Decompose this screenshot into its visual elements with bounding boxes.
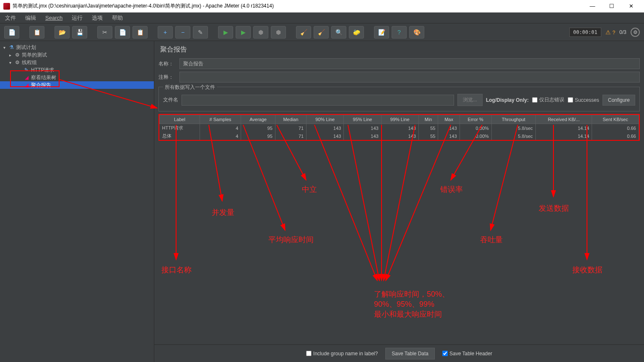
file-fieldset: 所有数据写入一个文件 文件名 浏览... Log/Display Only: 仅… [158,87,640,111]
table-row[interactable]: HTTP请求49571143143143551430.00%5.8/sec14.… [160,124,639,132]
toolbar: 📄 📋 📂 💾 ✂ 📄 📋 + − ✎ ▶ ▶ ⬢ ⬢ 🧹 🧹 🔍 🧽 📝 ? … [0,23,644,41]
expand-button[interactable]: + [158,26,173,39]
shutdown-button[interactable]: ⬢ [271,26,286,39]
app-icon [3,3,10,10]
col-throughput[interactable]: Throughput [491,115,535,124]
stop-button[interactable]: ⬢ [253,26,268,39]
clear-all-button[interactable]: 🧹 [314,26,329,39]
errors-only-checkbox[interactable]: 仅日志错误 [532,96,564,103]
panel-title: 聚合报告 [158,45,640,54]
filename-input[interactable] [182,95,454,106]
timer-display: 00:00:01 [569,28,601,37]
include-group-checkbox[interactable]: Include group name in label? [306,351,378,357]
col-label[interactable]: Label [160,115,200,124]
menu-options[interactable]: 选项 [90,13,104,23]
menu-help[interactable]: 帮助 [110,13,125,23]
thread-count: 0/3 [619,29,626,35]
col-90[interactable]: 90% Line [306,115,344,124]
save-table-data-button[interactable]: Save Table Data [385,348,435,359]
col-median[interactable]: Median [275,115,306,124]
fieldset-legend: 所有数据写入一个文件 [163,84,217,91]
menu-file[interactable]: 文件 [3,13,18,23]
warning-icon[interactable]: ⚠ ? [605,29,615,36]
log-display-label: Log/Display Only: [486,97,529,103]
start-no-timers-button[interactable]: ▶ [236,26,251,39]
menubar: 文件 编辑 Search 运行 选项 帮助 [0,13,644,23]
maximize-button[interactable]: ☐ [602,0,621,13]
search-button[interactable]: 🔍 [331,26,346,39]
name-input[interactable] [179,58,640,69]
comment-input[interactable] [179,72,640,83]
tree-node-threadgroup[interactable]: ▾⚙线程组 [0,59,154,66]
function-button[interactable]: 📝 [374,26,389,39]
clear-button[interactable]: 🧹 [296,26,311,39]
col-average[interactable]: Average [241,115,275,124]
paste-button[interactable]: 📋 [132,26,148,39]
window-title: 简单的测试.jmx (D:\ceshiruanjian\Java\jmeter\… [13,3,583,10]
window-titlebar: 简单的测试.jmx (D:\ceshiruanjian\Java\jmeter\… [0,0,644,13]
settings-icon[interactable]: ⚙ [631,28,640,37]
col-min[interactable]: Min [418,115,438,124]
close-button[interactable]: ✕ [621,0,641,13]
cut-button[interactable]: ✂ [97,26,112,39]
table-row[interactable]: 总体49571143143143551430.00%5.8/sec14.140.… [160,132,639,140]
name-label: 名称： [158,60,179,67]
col-recv[interactable]: Received KB/... [535,115,592,124]
save-table-header-checkbox[interactable]: Save Table Header [442,351,492,357]
tree-node-aggregate[interactable]: ◢聚合报告 [0,81,154,89]
menu-edit[interactable]: 编辑 [23,13,38,23]
heap-button[interactable]: 🎨 [409,26,424,39]
results-table: Label # Samples Average Median 90% Line … [158,114,640,141]
templates-button[interactable]: 📋 [29,26,44,39]
menu-run[interactable]: 运行 [70,13,84,23]
col-error[interactable]: Error % [460,115,491,124]
col-99[interactable]: 99% Line [381,115,418,124]
configure-button[interactable]: Configure [602,95,635,106]
save-button[interactable]: 💾 [72,26,87,39]
test-plan-tree[interactable]: ▾⚗测试计划 ▸⚙简单的测试 ▾⚙线程组 ✎HTTP请求 ◢察看结果树 ◢聚合报… [0,41,154,362]
col-samples[interactable]: # Samples [200,115,241,124]
menu-search[interactable]: Search [44,14,64,22]
filename-label: 文件名 [163,96,178,103]
open-button[interactable]: 📂 [55,26,70,39]
col-sent[interactable]: Sent KB/sec [592,115,639,124]
collapse-button[interactable]: − [175,26,190,39]
tree-node-results[interactable]: ◢察看结果树 [0,74,154,81]
col-max[interactable]: Max [438,115,460,124]
reset-search-button[interactable]: 🧽 [349,26,364,39]
tree-node-test[interactable]: ▸⚙简单的测试 [0,51,154,59]
bottom-bar: Include group name in label? Save Table … [154,344,644,362]
col-95[interactable]: 95% Line [344,115,381,124]
comment-label: 注释： [158,74,179,81]
toggle-button[interactable]: ✎ [193,26,208,39]
successes-checkbox[interactable]: Successes [568,97,599,103]
start-button[interactable]: ▶ [218,26,233,39]
tree-node-http[interactable]: ✎HTTP请求 [0,66,154,74]
tree-root[interactable]: ▾⚗测试计划 [0,44,154,51]
content-panel: 聚合报告 名称： 注释： 所有数据写入一个文件 文件名 浏览... Log/Di… [154,41,644,362]
copy-button[interactable]: 📄 [115,26,130,39]
browse-button[interactable]: 浏览... [457,94,483,106]
new-button[interactable]: 📄 [4,26,19,39]
minimize-button[interactable]: — [583,0,602,13]
help-button[interactable]: ? [392,26,407,39]
